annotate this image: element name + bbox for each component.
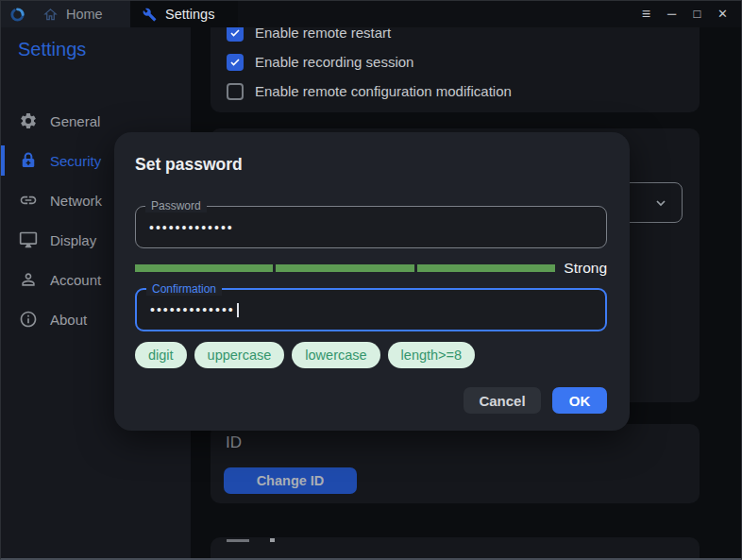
permissions-card: Enable remote restart Enable recording s…	[211, 27, 700, 112]
sidebar-item-label: About	[50, 312, 87, 328]
ok-button[interactable]: OK	[552, 387, 607, 414]
app-window: Home Settings ≡ ─ □ ✕ Settings General	[0, 0, 742, 560]
strength-label: Strong	[564, 260, 607, 277]
text-caret	[237, 303, 239, 317]
maximize-icon[interactable]: □	[684, 1, 710, 27]
confirmation-input[interactable]: Confirmation •••••••••••••	[135, 288, 607, 331]
permission-label: Enable recording session	[255, 54, 413, 70]
strength-segment	[135, 264, 273, 272]
titlebar-left-group: Home	[1, 1, 130, 27]
requirement-chip-lowercase: lowercase	[292, 342, 379, 368]
confirmation-field-label: Confirmation	[146, 282, 222, 296]
checkbox-unchecked[interactable]	[227, 83, 244, 100]
titlebar: Home Settings ≡ ─ □ ✕	[1, 1, 741, 27]
requirement-chip-digit: digit	[135, 342, 187, 368]
password-field-label: Password	[145, 199, 207, 212]
dialog-buttons: Cancel OK	[135, 387, 607, 414]
active-item-indicator	[1, 145, 5, 176]
strength-segment	[276, 264, 413, 272]
sidebar-title: Settings	[18, 39, 191, 60]
permission-label: Enable remote configuration modification	[255, 83, 512, 99]
window-controls: ≡ ─ □ ✕	[633, 1, 735, 27]
password-masked-value: •••••••••••••	[136, 220, 234, 235]
tab-settings[interactable]: Settings	[130, 1, 238, 27]
id-section-card: ID Change ID	[211, 424, 700, 503]
sidebar-item-label: General	[50, 113, 100, 129]
minimize-icon[interactable]: ─	[659, 1, 684, 27]
next-section-card	[211, 537, 700, 560]
gear-icon	[19, 111, 38, 130]
tab-home[interactable]: Home	[43, 7, 103, 22]
password-input[interactable]: Password •••••••••••••	[135, 206, 607, 248]
permission-label: Enable remote restart	[255, 27, 391, 41]
sidebar-item-label: Network	[50, 193, 102, 209]
strength-segment	[417, 264, 555, 272]
requirement-chip-length: length>=8	[388, 342, 476, 368]
change-id-button[interactable]: Change ID	[224, 467, 357, 494]
cancel-button[interactable]: Cancel	[464, 387, 541, 414]
dialog-title: Set password	[135, 155, 630, 175]
info-icon	[19, 310, 38, 329]
permission-row-remote-config[interactable]: Enable remote configuration modification	[211, 76, 700, 106]
home-icon	[43, 8, 58, 22]
tab-home-label: Home	[66, 7, 103, 22]
permission-row-recording-session[interactable]: Enable recording session	[211, 47, 700, 76]
chevron-down-icon	[653, 195, 668, 211]
link-icon	[19, 191, 38, 210]
wrench-icon	[143, 8, 157, 22]
permission-row-remote-restart[interactable]: Enable remote restart	[211, 27, 700, 47]
strength-bar	[135, 264, 555, 272]
menu-icon[interactable]: ≡	[633, 1, 659, 27]
clipped-heading-fragment	[270, 538, 275, 542]
sidebar-item-label: Display	[50, 232, 96, 248]
password-strength-row: Strong	[135, 260, 607, 277]
checkbox-checked[interactable]	[227, 54, 244, 71]
tab-settings-label: Settings	[165, 7, 214, 22]
set-password-dialog: Set password Password ••••••••••••• Stro…	[114, 132, 630, 431]
lock-icon	[19, 151, 38, 170]
clipped-heading-fragment	[227, 539, 249, 542]
confirmation-masked-value: •••••••••••••	[137, 302, 235, 317]
checkbox-checked[interactable]	[227, 27, 244, 42]
password-requirements: digit uppercase lowercase length>=8	[135, 342, 475, 368]
sidebar-item-label: Security	[50, 153, 101, 169]
close-icon[interactable]: ✕	[710, 1, 735, 27]
monitor-icon	[19, 230, 38, 249]
requirement-chip-uppercase: uppercase	[194, 342, 285, 368]
sidebar-item-label: Account	[50, 272, 101, 288]
app-logo-icon	[9, 7, 25, 23]
id-section-heading: ID	[226, 433, 700, 452]
person-icon	[19, 270, 38, 289]
